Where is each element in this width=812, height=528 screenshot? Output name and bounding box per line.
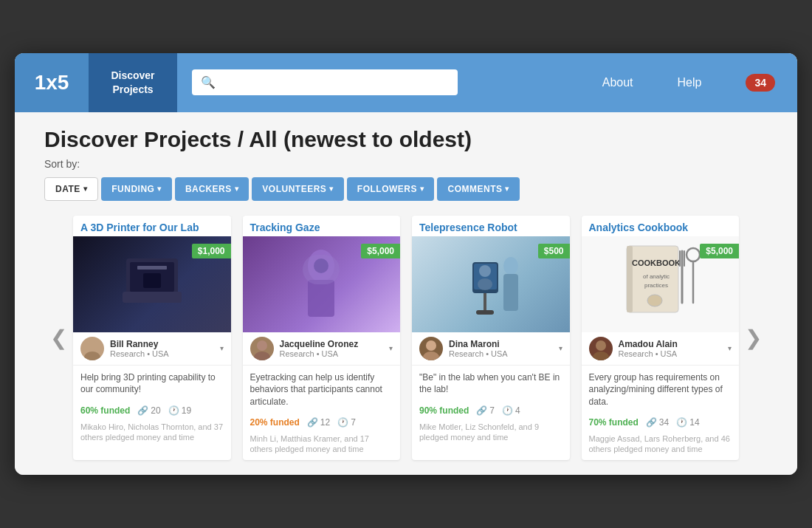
avatar-img [80, 337, 104, 360]
svg-point-35 [593, 352, 609, 360]
project-image[interactable]: COOKBOOK of analytic practices [582, 236, 740, 332]
clock-icon: 🕐 [168, 405, 179, 416]
author-name: Dina Maroni [449, 339, 553, 349]
svg-rect-2 [123, 292, 182, 303]
project-author: Amadou Alain Research • USA ▾ [582, 332, 740, 366]
svg-point-5 [87, 340, 97, 351]
nav-about[interactable]: About [580, 53, 656, 112]
page-title: Discover Projects / All (newest to oldes… [44, 127, 768, 152]
sort-bar: DATE ▾ FUNDING ▾ BACKERS ▾ VOLUNTEERS ▾ … [44, 177, 768, 201]
project-stats: 70% funded 🔗 34 🕐 14 [582, 414, 740, 432]
sort-date-button[interactable]: DATE ▾ [44, 177, 98, 201]
clock-icon: 🕐 [337, 417, 348, 428]
avatar-img [589, 337, 613, 360]
author-info: Bill Ranney Research • USA [110, 339, 214, 358]
svg-point-11 [257, 340, 267, 351]
sort-backers-button[interactable]: BACKERS ▾ [175, 177, 249, 201]
project-title[interactable]: Tracking Gaze [243, 216, 401, 236]
funded-percent: 90% funded [419, 405, 469, 416]
author-name: Bill Ranney [110, 339, 214, 349]
logo-area[interactable]: 1x5 [15, 53, 89, 112]
printer-illustration [115, 251, 189, 318]
chevron-down-icon: ▾ [329, 185, 334, 193]
sort-funding-button[interactable]: FUNDING ▾ [101, 177, 172, 201]
author-name: Jacqueline Oronez [280, 339, 384, 349]
svg-rect-20 [503, 274, 518, 311]
funded-percent: 60% funded [80, 405, 130, 416]
chevron-down-icon[interactable]: ▾ [220, 344, 224, 352]
svg-point-17 [479, 265, 491, 277]
svg-point-34 [596, 340, 606, 351]
project-title[interactable]: Analytics Cookbook [582, 216, 740, 236]
chevron-down-icon[interactable]: ▾ [728, 344, 732, 352]
avatar [250, 337, 274, 360]
project-stats: 90% funded 🔗 7 🕐 4 [412, 402, 570, 420]
main-content: Discover Projects / All (newest to oldes… [15, 112, 797, 476]
svg-point-12 [254, 352, 270, 360]
sort-comments-button[interactable]: COMMENTS ▾ [437, 177, 520, 201]
prev-arrow-button[interactable]: ❮ [44, 326, 73, 350]
chevron-down-icon: ▾ [420, 185, 424, 193]
chevron-down-icon[interactable]: ▾ [389, 344, 393, 352]
svg-rect-3 [137, 266, 167, 270]
funding-badge: $1,000 [192, 244, 231, 258]
project-description: "Be" in the lab when you can't BE in the… [412, 366, 570, 402]
project-card: Tracking Gaze $5,000 [243, 216, 401, 461]
link-icon: 🔗 [476, 405, 487, 416]
svg-point-6 [84, 352, 100, 360]
project-supporters: Mike Motler, Liz Schonfeld, and 9 pledge… [412, 420, 570, 449]
project-supporters: Minh Li, Matthias Kramer, and 17 others … [243, 432, 401, 461]
search-input[interactable] [221, 77, 449, 89]
author-role: Research • USA [110, 349, 214, 358]
project-author: Dina Maroni Research • USA ▾ [412, 332, 570, 366]
time-stat: 🕐 7 [337, 417, 356, 428]
project-description: Every group has requirements on analyzin… [582, 366, 740, 414]
avatar [419, 337, 443, 360]
backers-stat: 🔗 20 [137, 405, 160, 416]
svg-text:of analytic: of analytic [643, 273, 670, 280]
project-image[interactable]: $1,000 [73, 236, 231, 332]
project-image[interactable]: $500 [412, 236, 570, 332]
projects-grid: A 3D Printer for Our Lab [73, 216, 739, 461]
projects-wrapper: ❮ A 3D Printer for Our Lab [44, 216, 768, 461]
next-arrow-button[interactable]: ❯ [739, 326, 768, 350]
author-role: Research • USA [619, 349, 723, 358]
nav-help[interactable]: Help [656, 53, 724, 112]
author-name: Amadou Alain [619, 339, 723, 349]
nav-discover-button[interactable]: Discover Projects [89, 53, 177, 112]
notification-badge: 34 [746, 74, 775, 92]
project-supporters: Mikako Hiro, Nicholas Thornton, and 37 o… [73, 420, 231, 449]
avatar [589, 337, 613, 360]
backers-stat: 🔗 12 [307, 417, 330, 428]
cookbook-illustration: COOKBOOK of analytic practices [619, 240, 701, 329]
header: 1x5 Discover Projects 🔍 About Help 34 [15, 53, 797, 112]
nav-notification[interactable]: 34 [723, 53, 797, 112]
avatar [80, 337, 104, 360]
search-icon: 🔍 [201, 75, 216, 89]
author-info: Amadou Alain Research • USA [619, 339, 723, 358]
project-stats: 20% funded 🔗 12 🕐 7 [243, 414, 401, 432]
project-description: Eyetracking can help us identify behavio… [243, 366, 401, 414]
project-author: Jacqueline Oronez Research • USA ▾ [243, 332, 401, 366]
gaze-illustration [292, 247, 351, 321]
author-role: Research • USA [280, 349, 384, 358]
svg-rect-14 [476, 310, 494, 315]
chevron-down-icon[interactable]: ▾ [559, 344, 562, 352]
svg-rect-24 [627, 246, 633, 312]
project-card: Analytics Cookbook COOKBOOK of analytic … [582, 216, 740, 461]
project-title[interactable]: Telepresence Robot [412, 216, 570, 236]
link-icon: 🔗 [307, 417, 318, 428]
backers-stat: 🔗 7 [476, 405, 495, 416]
sort-followers-button[interactable]: FOLLOWERS ▾ [347, 177, 435, 201]
avatar-img [419, 337, 443, 360]
project-title[interactable]: A 3D Printer for Our Lab [73, 216, 231, 236]
link-icon: 🔗 [137, 405, 148, 416]
svg-point-22 [423, 352, 439, 360]
funding-badge: $500 [538, 244, 570, 258]
sort-volunteers-button[interactable]: VOLUNTEERS ▾ [252, 177, 344, 201]
nav-right: About Help 34 [580, 53, 797, 112]
project-author: Bill Ranney Research • USA ▾ [73, 332, 231, 366]
author-info: Jacqueline Oronez Research • USA [280, 339, 384, 358]
project-image[interactable]: $5,000 [243, 236, 401, 332]
project-supporters: Maggie Assad, Lars Roherberg, and 46 oth… [582, 432, 740, 461]
